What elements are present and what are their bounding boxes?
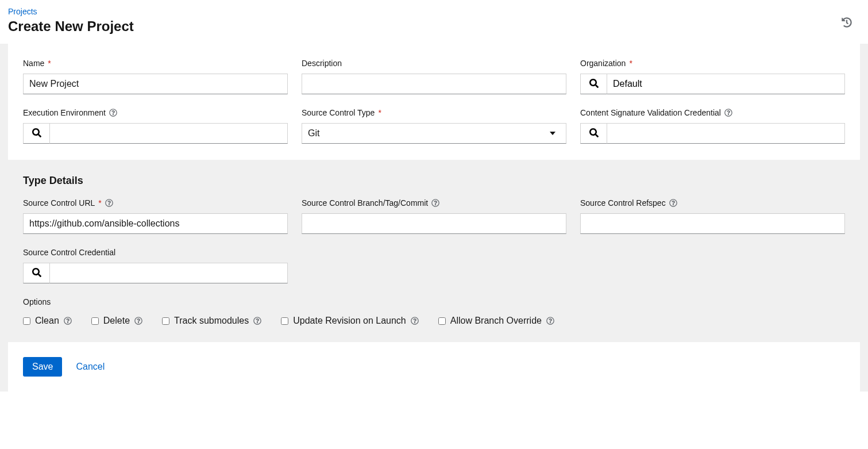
- cancel-button[interactable]: Cancel: [76, 362, 105, 372]
- type-details-title: Type Details: [23, 175, 845, 187]
- track-submodules-checkbox[interactable]: [162, 317, 169, 325]
- save-button[interactable]: Save: [23, 357, 62, 377]
- name-label: Name: [23, 59, 44, 68]
- help-icon[interactable]: [431, 199, 439, 207]
- source-control-credential-input[interactable]: [49, 263, 288, 283]
- source-control-credential-lookup-button[interactable]: [23, 263, 49, 283]
- description-label: Description: [302, 59, 342, 68]
- delete-label[interactable]: Delete: [103, 316, 130, 326]
- organization-label: Organization: [580, 59, 626, 68]
- source-control-credential-label: Source Control Credential: [23, 248, 115, 257]
- required-mark: *: [48, 59, 51, 68]
- search-icon: [32, 268, 41, 279]
- source-control-type-select[interactable]: Git: [302, 123, 566, 144]
- name-input[interactable]: [23, 74, 288, 94]
- source-control-type-value: Git: [308, 128, 319, 139]
- update-revision-label[interactable]: Update Revision on Launch: [293, 316, 406, 326]
- source-control-branch-input[interactable]: [302, 213, 566, 234]
- help-icon[interactable]: [546, 317, 554, 325]
- form-main-section: Name * Description Organization *: [8, 44, 860, 160]
- help-icon[interactable]: [105, 199, 113, 207]
- form-footer: Save Cancel: [8, 342, 860, 392]
- content-signature-input[interactable]: [607, 123, 845, 144]
- help-icon[interactable]: [109, 109, 117, 117]
- type-details-section: Type Details Source Control URL *: [8, 160, 860, 342]
- help-icon[interactable]: [134, 317, 142, 325]
- source-control-branch-label: Source Control Branch/Tag/Commit: [302, 198, 428, 208]
- breadcrumb-projects[interactable]: Projects: [8, 7, 134, 16]
- required-mark: *: [98, 198, 101, 208]
- content-area: Name * Description Organization *: [0, 44, 868, 392]
- required-mark: *: [629, 59, 632, 68]
- search-icon: [32, 128, 41, 139]
- help-icon[interactable]: [724, 109, 732, 117]
- delete-checkbox[interactable]: [91, 317, 99, 325]
- options-label: Options: [23, 297, 845, 306]
- organization-lookup-button[interactable]: [580, 74, 607, 94]
- search-icon: [589, 79, 599, 90]
- clean-checkbox[interactable]: [23, 317, 30, 325]
- page-title: Create New Project: [8, 18, 134, 34]
- description-input[interactable]: [302, 74, 566, 94]
- history-icon[interactable]: [842, 17, 852, 28]
- page-header: Projects Create New Project: [0, 0, 868, 44]
- content-signature-label: Content Signature Validation Credential: [580, 108, 721, 117]
- allow-branch-override-label[interactable]: Allow Branch Override: [450, 316, 542, 326]
- search-icon: [589, 128, 599, 139]
- content-signature-lookup-button[interactable]: [580, 123, 607, 144]
- track-submodules-label[interactable]: Track submodules: [174, 316, 249, 326]
- execution-environment-input[interactable]: [49, 123, 288, 144]
- help-icon[interactable]: [669, 199, 677, 207]
- source-control-url-label: Source Control URL: [23, 198, 95, 208]
- required-mark: *: [378, 108, 381, 117]
- source-control-refspec-input[interactable]: [580, 213, 845, 234]
- source-control-type-label: Source Control Type: [302, 108, 375, 117]
- help-icon[interactable]: [253, 317, 261, 325]
- source-control-refspec-label: Source Control Refspec: [580, 198, 666, 208]
- allow-branch-override-checkbox[interactable]: [438, 317, 446, 325]
- source-control-url-input[interactable]: [23, 213, 288, 234]
- execution-environment-lookup-button[interactable]: [23, 123, 49, 144]
- update-revision-checkbox[interactable]: [281, 317, 288, 325]
- organization-input[interactable]: [607, 74, 845, 94]
- clean-label[interactable]: Clean: [35, 316, 59, 326]
- help-icon[interactable]: [411, 317, 419, 325]
- execution-environment-label: Execution Environment: [23, 108, 106, 117]
- caret-down-icon: [550, 132, 555, 135]
- help-icon[interactable]: [64, 317, 72, 325]
